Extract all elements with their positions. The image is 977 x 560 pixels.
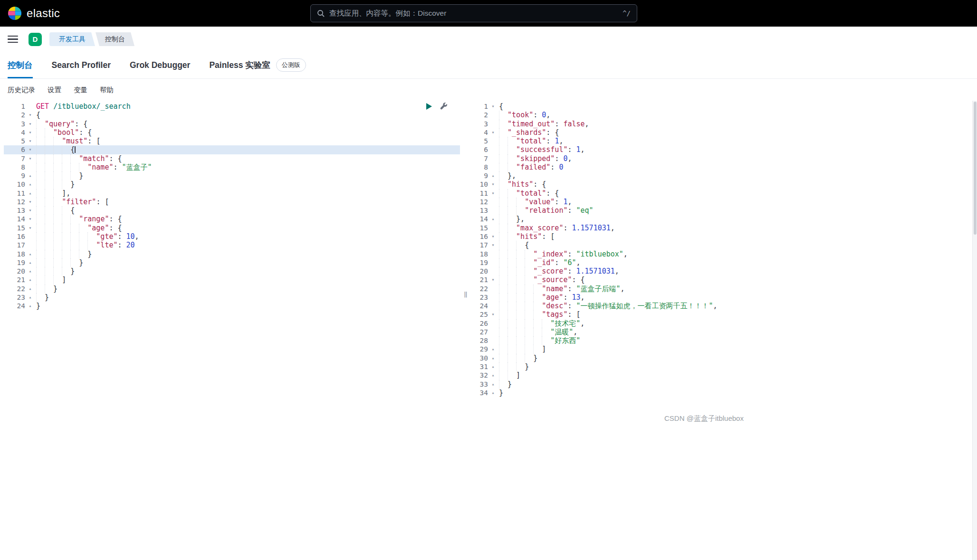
code-line[interactable]: 15▾"age": { — [4, 224, 460, 232]
tab-painless-lab[interactable]: Painless 实验室 — [209, 52, 270, 78]
code-line[interactable]: 5"total": 1, — [471, 137, 972, 145]
fold-toggle-icon[interactable]: ▾ — [489, 180, 497, 189]
fold-toggle-icon[interactable]: ▾ — [489, 128, 497, 137]
fold-toggle-icon[interactable]: ▴ — [489, 345, 497, 353]
panel-resizer[interactable]: ‖ — [460, 101, 471, 560]
fold-toggle-icon[interactable]: ▾ — [489, 310, 497, 319]
fold-toggle-icon[interactable]: ▾ — [27, 111, 34, 119]
code-line[interactable]: 26"技术宅", — [471, 319, 972, 328]
fold-toggle-icon[interactable]: ▴ — [27, 171, 34, 180]
global-search-input[interactable]: 查找应用、内容等。例如：Discover ^/ — [310, 4, 637, 22]
code-line[interactable]: 4▾"_shards": { — [471, 128, 972, 137]
code-line[interactable]: 2"took": 0, — [471, 111, 972, 119]
code-line[interactable]: 21▴] — [4, 275, 460, 284]
fold-toggle-icon[interactable]: ▴ — [489, 371, 497, 380]
fold-toggle-icon[interactable]: ▴ — [27, 293, 34, 302]
fold-toggle-icon[interactable]: ▴ — [27, 180, 34, 189]
code-line[interactable]: 10▴} — [4, 180, 460, 189]
code-line[interactable]: 6▾{ — [4, 145, 460, 154]
code-line[interactable]: 27"温暖", — [471, 328, 972, 336]
fold-toggle-icon[interactable]: ▴ — [489, 171, 497, 180]
code-line[interactable]: 14▾"range": { — [4, 215, 460, 223]
send-request-play-icon[interactable] — [426, 103, 432, 110]
fold-toggle-icon[interactable]: ▴ — [27, 267, 34, 275]
code-line[interactable]: 22"name": "蓝盒子后端", — [471, 285, 972, 293]
code-line[interactable]: 7▾"match": { — [4, 154, 460, 163]
code-line[interactable]: 19"_id": "6", — [471, 258, 972, 267]
code-line[interactable]: 25▾"tags": [ — [471, 310, 972, 319]
fold-toggle-icon[interactable]: ▾ — [27, 154, 34, 163]
menu-icon[interactable] — [8, 36, 18, 43]
code-line[interactable]: 18▴} — [4, 250, 460, 258]
code-line[interactable]: 18"_index": "itbluebox", — [471, 250, 972, 258]
fold-toggle-icon[interactable]: ▴ — [489, 215, 497, 223]
code-line[interactable]: 12▾"filter": [ — [4, 198, 460, 206]
fold-toggle-icon[interactable]: ▴ — [27, 250, 34, 258]
fold-toggle-icon[interactable]: ▾ — [27, 128, 34, 137]
code-line[interactable]: 4▾"bool": { — [4, 128, 460, 137]
code-line[interactable]: 3▾"query": { — [4, 120, 460, 128]
fold-toggle-icon[interactable]: ▴ — [489, 354, 497, 362]
scrollbar[interactable] — [972, 101, 977, 560]
code-line[interactable]: 10▾"hits": { — [471, 180, 972, 189]
code-line[interactable]: 23▴} — [4, 293, 460, 302]
fold-toggle-icon[interactable]: ▴ — [489, 380, 497, 389]
toolbar-settings[interactable]: 设置 — [48, 85, 61, 95]
code-line[interactable]: 9▴}, — [471, 171, 972, 180]
code-line[interactable]: 23"age": 13, — [471, 293, 972, 302]
code-line[interactable]: 20▴} — [4, 267, 460, 275]
fold-toggle-icon[interactable]: ▾ — [27, 198, 34, 206]
code-line[interactable]: 31▴} — [471, 362, 972, 371]
code-line[interactable]: 14▴}, — [471, 215, 972, 223]
fold-toggle-icon[interactable]: ▴ — [27, 258, 34, 267]
code-line[interactable]: 20"_score": 1.1571031, — [471, 267, 972, 275]
code-line[interactable]: 28"好东西" — [471, 336, 972, 345]
tab-search-profiler[interactable]: Search Profiler — [52, 52, 111, 78]
code-line[interactable]: 34▴} — [471, 389, 972, 397]
fold-toggle-icon[interactable]: ▾ — [27, 145, 34, 154]
fold-toggle-icon[interactable]: ▾ — [27, 224, 34, 232]
code-line[interactable]: 9▴} — [4, 171, 460, 180]
elastic-logo-group[interactable]: elastic — [0, 6, 60, 20]
code-line[interactable]: 13▾{ — [4, 206, 460, 215]
fold-toggle-icon[interactable]: ▴ — [27, 189, 34, 198]
code-line[interactable]: 17"lte": 20 — [4, 241, 460, 249]
fold-toggle-icon[interactable]: ▴ — [489, 389, 497, 397]
fold-toggle-icon[interactable]: ▾ — [489, 102, 497, 111]
fold-toggle-icon[interactable]: ▴ — [27, 275, 34, 284]
toolbar-variables[interactable]: 变量 — [74, 85, 87, 95]
code-line[interactable]: 1▾{ — [471, 102, 972, 111]
space-avatar[interactable]: D — [29, 33, 42, 46]
tab-grok-debugger[interactable]: Grok Debugger — [130, 52, 190, 78]
code-line[interactable]: 19▴} — [4, 258, 460, 267]
code-line[interactable]: 6"successful": 1, — [471, 145, 972, 154]
code-line[interactable]: 30▴} — [471, 354, 972, 362]
fold-toggle-icon[interactable]: ▾ — [489, 275, 497, 284]
code-line[interactable]: 13"relation": "eq" — [471, 206, 972, 215]
fold-toggle-icon[interactable]: ▾ — [489, 241, 497, 249]
code-line[interactable]: 11▾"total": { — [471, 189, 972, 198]
code-line[interactable]: 21▾"_source": { — [471, 275, 972, 284]
code-line[interactable]: 32▴] — [471, 371, 972, 380]
code-line[interactable]: 16▾"hits": [ — [471, 232, 972, 241]
code-line[interactable]: 5▾"must": [ — [4, 137, 460, 145]
fold-toggle-icon[interactable]: ▾ — [489, 232, 497, 241]
code-line[interactable]: 7"skipped": 0, — [471, 154, 972, 163]
code-line[interactable]: 8"name": "蓝盒子" — [4, 163, 460, 171]
code-line[interactable]: 29▴] — [471, 345, 972, 353]
fold-toggle-icon[interactable]: ▾ — [489, 189, 497, 198]
toolbar-history[interactable]: 历史记录 — [8, 85, 35, 95]
code-line[interactable]: 11▴], — [4, 189, 460, 198]
code-line[interactable]: 3"timed_out": false, — [471, 120, 972, 128]
code-line[interactable]: 22▴} — [4, 285, 460, 293]
fold-toggle-icon[interactable]: ▾ — [27, 137, 34, 145]
fold-toggle-icon[interactable]: ▴ — [27, 285, 34, 293]
code-line[interactable]: 15"max_score": 1.1571031, — [471, 224, 972, 232]
code-line[interactable]: 8"failed": 0 — [471, 163, 972, 171]
code-line[interactable]: 24"desc": "一顿操作猛如虎，一看工资两千五！！！", — [471, 302, 972, 310]
scrollbar-thumb[interactable] — [974, 102, 977, 235]
code-line[interactable]: 12"value": 1, — [471, 198, 972, 206]
breadcrumb-dev-tools[interactable]: 开发工具 — [49, 32, 95, 46]
code-line[interactable]: 24▴} — [4, 302, 460, 310]
request-editor[interactable]: 1GET /itbluebox/_search2▾{3▾"query": {4▾… — [4, 101, 460, 560]
